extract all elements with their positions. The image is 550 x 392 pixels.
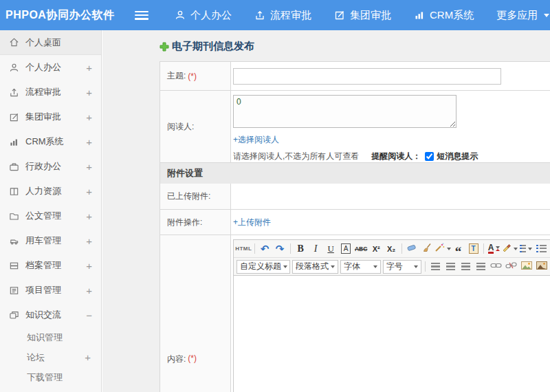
nav-crm-system[interactable]: CRM系统 <box>414 9 474 22</box>
expand-plus-icon[interactable]: + <box>85 351 91 363</box>
font-size-select[interactable]: 字号 <box>383 260 421 274</box>
chevron-down-icon <box>447 248 451 250</box>
expand-plus-icon[interactable]: + <box>86 260 92 272</box>
chevron-down-icon <box>496 246 500 251</box>
sidebar-item-document-management[interactable]: 公文管理 + <box>0 204 101 228</box>
justify-button[interactable] <box>474 260 488 274</box>
content-label: 内容: (*) <box>167 353 197 365</box>
insert-media-button[interactable] <box>534 260 549 274</box>
unordered-list-button[interactable] <box>534 242 549 256</box>
sidebar-item-knowledge-exchange[interactable]: 知识交流 − <box>0 303 101 327</box>
sidebar-subitem-knowledge-management[interactable]: 知识管理 <box>0 327 101 347</box>
clean-format-button[interactable] <box>420 242 434 256</box>
expand-plus-icon[interactable]: + <box>86 210 92 222</box>
expand-plus-icon[interactable]: + <box>86 186 92 197</box>
insert-link-button[interactable] <box>489 260 503 274</box>
green-plus-icon <box>160 42 170 52</box>
choose-readers-link[interactable]: +选择阅读人 <box>233 134 279 146</box>
share-arrow-icon <box>254 10 265 21</box>
strikethrough-button[interactable]: ABC <box>354 242 368 256</box>
expand-plus-icon[interactable]: + <box>86 62 92 74</box>
sidebar-item-archive-management[interactable]: 档案管理 + <box>0 253 101 278</box>
sidebar-item-admin-office[interactable]: 行政办公 + <box>0 154 101 179</box>
sidebar-subitem-download-management[interactable]: 下载管理 <box>0 367 101 387</box>
html-source-button[interactable]: HTML <box>236 242 252 256</box>
expand-plus-icon[interactable]: + <box>86 161 92 173</box>
highlight-color-button[interactable] <box>502 242 517 256</box>
upload-attachment-link[interactable]: +上传附件 <box>233 217 271 228</box>
bar-chart-icon <box>9 137 19 147</box>
nav-personal-office[interactable]: 个人办公 <box>175 9 232 22</box>
sidebar-item-crm-system[interactable]: CRM系统 + <box>0 129 101 154</box>
insert-image-button[interactable] <box>519 260 534 274</box>
magic-wand-icon <box>434 243 445 254</box>
font-style-button[interactable]: A <box>339 242 353 256</box>
sidebar-item-project-management[interactable]: 项目管理 + <box>0 278 101 303</box>
nav-more-apps[interactable]: 更多应用 <box>496 9 549 22</box>
subscript-button[interactable]: X₂ <box>384 242 399 256</box>
chevron-down-icon <box>414 265 418 268</box>
sidebar-subitem-forum[interactable]: 论坛 + <box>0 347 101 367</box>
align-center-button[interactable] <box>443 260 458 274</box>
font-family-select[interactable]: 字体 <box>340 260 381 274</box>
align-left-button[interactable] <box>428 260 443 274</box>
align-right-button[interactable] <box>459 260 473 274</box>
uploaded-attachments-row: 已上传附件: <box>160 184 550 210</box>
image-icon <box>521 261 532 272</box>
align-left-icon <box>431 263 440 270</box>
chevron-down-icon <box>528 248 532 250</box>
redo-button[interactable]: ↷ <box>273 242 287 256</box>
superscript-button[interactable]: X² <box>369 242 384 256</box>
sidebar-item-personal-office[interactable]: 个人办公 + <box>0 55 101 80</box>
sms-remind-checkbox[interactable] <box>425 152 434 161</box>
car-icon <box>9 236 19 246</box>
required-marker: (*) <box>188 353 197 365</box>
chevron-down-icon <box>544 14 549 17</box>
sidebar-item-workflow-approval[interactable]: 流程审批 + <box>0 80 101 105</box>
nav-group-approval[interactable]: 集团审批 <box>334 9 391 22</box>
autotypeset-button[interactable] <box>435 242 450 256</box>
template-button[interactable]: T <box>466 242 481 256</box>
share-arrow-icon <box>9 87 19 98</box>
paragraph-format-select[interactable]: 段落格式 <box>292 260 338 274</box>
page-title-text: 电子期刊信息发布 <box>172 40 254 53</box>
sidebar-item-vehicle-management[interactable]: 用车管理 + <box>0 228 101 253</box>
italic-button[interactable]: I <box>309 242 323 256</box>
sidebar-item-human-resources[interactable]: 人力资源 + <box>0 179 101 204</box>
expand-plus-icon[interactable]: + <box>86 87 92 98</box>
font-color-button[interactable]: A <box>487 242 501 256</box>
expand-plus-icon[interactable]: + <box>86 136 92 148</box>
ordered-list-button[interactable] <box>518 242 534 256</box>
chevron-down-icon <box>373 265 377 268</box>
remind-readers-label: 提醒阅读人： <box>371 151 421 162</box>
main-content: 电子期刊信息发布 主题: (*) 阅读人: 0 +选择阅读人 <box>102 30 550 392</box>
heading-select[interactable]: 自定义标题 <box>236 260 290 274</box>
remove-format-button[interactable] <box>405 242 419 256</box>
bold-button[interactable]: B <box>294 242 308 256</box>
expand-plus-icon[interactable]: + <box>86 235 92 247</box>
blockquote-button[interactable]: “ <box>451 242 465 256</box>
underline-button[interactable]: U <box>324 242 338 256</box>
sidebar-subitem-public-file-cabinet[interactable]: 公共文件柜 <box>0 387 101 392</box>
expand-plus-icon[interactable]: + <box>86 285 92 296</box>
sidebar-item-group-approval[interactable]: 集团审批 + <box>0 105 101 129</box>
home-icon <box>9 37 19 47</box>
undo-button[interactable]: ↶ <box>258 242 272 256</box>
uploaded-attachments-label: 已上传附件: <box>160 184 231 209</box>
top-nav: 个人办公 流程审批 集团审批 CRM系统 更多应用 <box>175 9 549 22</box>
readers-textarea[interactable]: 0 <box>233 95 456 128</box>
sidebar-item-personal-desktop[interactable]: 个人桌面 <box>0 30 101 55</box>
collapse-minus-icon[interactable]: − <box>86 309 92 321</box>
top-header: PHPOA协同办公软件 个人办公 流程审批 集团审批 CRM系统 更多应用 <box>0 0 550 30</box>
content-label-cell: 内容: (*) <box>160 235 231 392</box>
expand-plus-icon[interactable]: + <box>86 111 92 123</box>
subject-row: 主题: (*) <box>160 62 550 91</box>
hamburger-menu-icon[interactable] <box>135 11 148 20</box>
app-logo[interactable]: PHPOA协同办公软件 <box>0 8 135 23</box>
nav-workflow-approval[interactable]: 流程审批 <box>254 9 311 22</box>
briefcase-icon <box>9 162 19 172</box>
bar-chart-icon <box>414 10 425 21</box>
editor-content-area[interactable] <box>234 276 550 392</box>
remove-link-button[interactable] <box>504 260 518 274</box>
subject-input[interactable] <box>233 68 501 85</box>
